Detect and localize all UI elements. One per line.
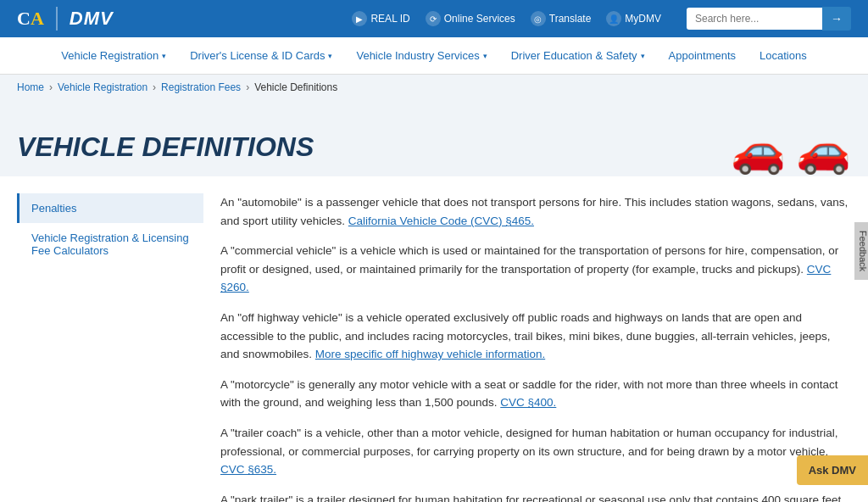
page-title: VEHICLE DEFINITIONS <box>17 131 314 176</box>
translate-icon: ◎ <box>531 11 546 26</box>
nav-locations[interactable]: Locations <box>748 37 819 75</box>
mydmv-icon: 👤 <box>606 11 621 26</box>
nav-drivers-license-label: Driver's License & ID Cards <box>190 49 325 62</box>
car-icon-1: 🚗 <box>731 125 786 176</box>
breadcrumb-sep-2: › <box>153 81 156 93</box>
definition-commercial-vehicle: A "commercial vehicle" is a vehicle whic… <box>220 242 851 297</box>
sidebar-fee-calculators-label: Vehicle Registration & Licensing Fee Cal… <box>31 231 189 257</box>
ask-dmv-button[interactable]: Ask DMV <box>797 455 868 485</box>
sidebar-penalties-label: Penalties <box>31 202 76 215</box>
dmv-logo: DMV <box>70 8 114 30</box>
real-id-label: REAL ID <box>370 13 409 25</box>
nav-vehicle-registration[interactable]: Vehicle Registration ▾ <box>49 37 178 75</box>
nav-locations-label: Locations <box>760 49 807 62</box>
online-services-label: Online Services <box>444 13 515 25</box>
off-highway-info-link[interactable]: More specific off highway vehicle inform… <box>315 348 545 360</box>
nav-appointments[interactable]: Appointments <box>657 37 748 75</box>
breadcrumb-sep-3: › <box>246 81 249 93</box>
real-id-icon: ▶ <box>352 11 367 26</box>
search-area: → <box>687 7 851 31</box>
feedback-tab[interactable]: Feedback <box>854 222 868 280</box>
online-services-link[interactable]: ⟳ Online Services <box>426 11 515 26</box>
search-input[interactable] <box>687 8 822 30</box>
logo-area: CA DMV <box>17 7 114 31</box>
definition-trailer-coach: A "trailer coach" is a vehicle, other th… <box>220 424 851 479</box>
definition-off-highway-vehicle: An "off highway vehicle" is a vehicle op… <box>220 309 851 364</box>
chevron-down-icon: ▾ <box>328 52 332 60</box>
nav-vehicle-industry-label: Vehicle Industry Services <box>356 49 479 62</box>
cars-illustration: 🚗 🚗 <box>731 125 851 176</box>
breadcrumb: Home › Vehicle Registration › Registrati… <box>0 75 868 100</box>
cvc-400-link[interactable]: CVC §400. <box>500 396 556 409</box>
chevron-down-icon: ▾ <box>483 52 487 60</box>
search-button[interactable]: → <box>822 7 851 31</box>
nav-appointments-label: Appointments <box>669 49 737 62</box>
chevron-down-icon: ▾ <box>162 52 166 60</box>
breadcrumb-home[interactable]: Home <box>17 81 44 93</box>
nav-vehicle-industry[interactable]: Vehicle Industry Services ▾ <box>344 37 498 75</box>
ask-dmv-label: Ask DMV <box>809 464 856 477</box>
definition-motorcycle: A "motorcycle" is generally any motor ve… <box>220 376 851 412</box>
translate-link[interactable]: ◎ Translate <box>531 11 592 26</box>
sidebar: Penalties Vehicle Registration & Licensi… <box>17 193 203 502</box>
nav-driver-education[interactable]: Driver Education & Safety ▾ <box>499 37 657 75</box>
nav-driver-education-label: Driver Education & Safety <box>511 49 637 62</box>
breadcrumb-current: Vehicle Definitions <box>254 81 337 93</box>
breadcrumb-sep-1: › <box>49 81 53 93</box>
sidebar-item-penalties[interactable]: Penalties <box>17 193 203 223</box>
content-wrapper: Penalties Vehicle Registration & Licensi… <box>0 176 868 502</box>
feedback-label: Feedback <box>858 231 868 271</box>
main-content: An "automobile" is a passenger vehicle t… <box>220 193 851 502</box>
cvc-260-link[interactable]: CVC §260. <box>220 263 831 294</box>
chevron-down-icon: ▾ <box>641 52 645 60</box>
breadcrumb-registration-fees[interactable]: Registration Fees <box>161 81 241 93</box>
definition-park-trailer: A "park trailer" is a trailer designed f… <box>220 491 851 502</box>
page-header: VEHICLE DEFINITIONS 🚗 🚗 <box>0 100 868 176</box>
mydmv-label: MyDMV <box>625 13 661 25</box>
real-id-link[interactable]: ▶ REAL ID <box>352 11 409 26</box>
online-services-icon: ⟳ <box>426 11 441 26</box>
car-icon-2: 🚗 <box>796 125 851 176</box>
cvc-465-link[interactable]: California Vehicle Code (CVC) §465. <box>348 215 534 227</box>
top-header: CA DMV ▶ REAL ID ⟳ Online Services ◎ Tra… <box>0 0 868 37</box>
definition-automobile: An "automobile" is a passenger vehicle t… <box>220 193 851 230</box>
breadcrumb-vehicle-registration[interactable]: Vehicle Registration <box>58 81 147 93</box>
top-navigation: ▶ REAL ID ⟳ Online Services ◎ Translate … <box>352 7 851 31</box>
logo-divider <box>56 7 58 31</box>
cvc-635-link[interactable]: CVC §635. <box>220 463 276 476</box>
main-navigation: Vehicle Registration ▾ Driver's License … <box>0 37 868 75</box>
sidebar-item-fee-calculators[interactable]: Vehicle Registration & Licensing Fee Cal… <box>17 223 203 265</box>
nav-vehicle-registration-label: Vehicle Registration <box>61 49 159 62</box>
nav-drivers-license[interactable]: Driver's License & ID Cards ▾ <box>178 37 344 75</box>
translate-label: Translate <box>549 13 592 25</box>
mydmv-link[interactable]: 👤 MyDMV <box>606 11 661 26</box>
ca-logo: CA <box>17 8 44 30</box>
